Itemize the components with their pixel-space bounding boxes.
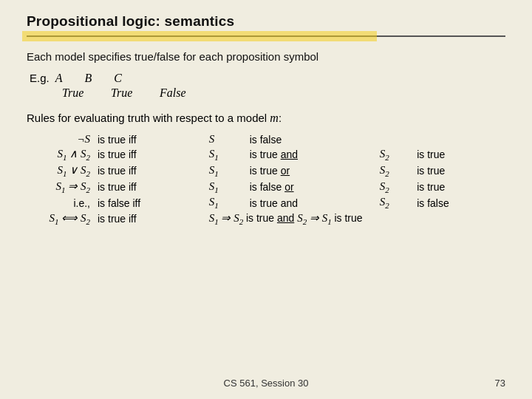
footer-page: 73 [495,378,505,389]
formula-ie: i.e., [27,195,93,211]
eg-label: E.g. [30,72,50,84]
rule-row-implies: S1 ⇒ S2 is true iff S1 is false or S2 is… [27,179,505,195]
footer-label: CS 561, Session 30 [0,378,532,389]
result-neg [414,132,505,146]
formula-or: S1 ∨ S2 [27,163,93,179]
slide-title: Propositional logic: semantics [27,13,234,30]
s2-implies: S2 [377,179,414,195]
result-or: is true [414,163,505,179]
var-b: B [84,72,92,85]
is-true-and: is true iff [93,146,206,163]
result-and: is true [414,146,505,163]
var-a: A [55,72,63,85]
is-false-ie: is false iff [93,195,206,211]
s2-neg [377,132,414,146]
val-a: True [62,86,100,100]
result-ie: is false [414,195,505,211]
formula-iff: S1 ⟺ S2 [27,211,93,227]
formula-neg: ¬S [27,132,93,146]
footer: CS 561, Session 30 73 [0,378,532,389]
main-content: Each model specifies true/false for each… [27,50,505,227]
example-block: E.g. A B C True True False [30,72,505,100]
cond-implies: is false or [247,179,377,195]
iff-full-cond: S1 ⇒ S2 is true and S2 ⇒ S1 is true [206,211,505,227]
cond-and: is true and [247,146,377,163]
title-bar: Propositional logic: semantics [27,13,505,30]
s1-or: S1 [206,163,247,179]
highlight-bar [22,31,377,41]
slide: Propositional logic: semantics Each mode… [0,0,532,399]
is-true-neg: is true iff [93,132,206,146]
cond-ie: is true and [247,195,377,211]
s1-neg: S [206,132,247,146]
formula-and: S1 ∧ S2 [27,146,93,163]
rules-table: ¬S is true iff S is false S1 ∧ S2 is tru… [27,132,505,227]
s2-or: S2 [377,163,414,179]
val-b: True [111,86,149,100]
val-c: False [160,86,186,100]
s1-and: S1 [206,146,247,163]
rule-row-neg: ¬S is true iff S is false [27,132,505,146]
s1-ie: S1 [206,195,247,211]
formula-implies: S1 ⇒ S2 [27,179,93,195]
result-implies: is true [414,179,505,195]
is-true-iff: is true iff [93,211,206,227]
var-c: C [114,72,122,85]
cond-or: is true or [247,163,377,179]
s2-ie: S2 [377,195,414,211]
is-true-or: is true iff [93,163,206,179]
s2-and: S2 [377,146,414,163]
rule-row-iff: S1 ⟺ S2 is true iff S1 ⇒ S2 is true and … [27,211,505,227]
rule-row-ie: i.e., is false iff S1 is true and S2 is … [27,195,505,211]
rule-row-and: S1 ∧ S2 is true iff S1 is true and S2 is… [27,146,505,163]
rule-row-or: S1 ∨ S2 is true iff S1 is true or S2 is … [27,163,505,179]
is-true-implies: is true iff [93,179,206,195]
rules-intro: Rules for evaluating truth with respect … [27,112,505,125]
s1-implies: S1 [206,179,247,195]
cond-neg: is false [247,132,377,146]
intro-text: Each model specifies true/false for each… [27,50,505,63]
